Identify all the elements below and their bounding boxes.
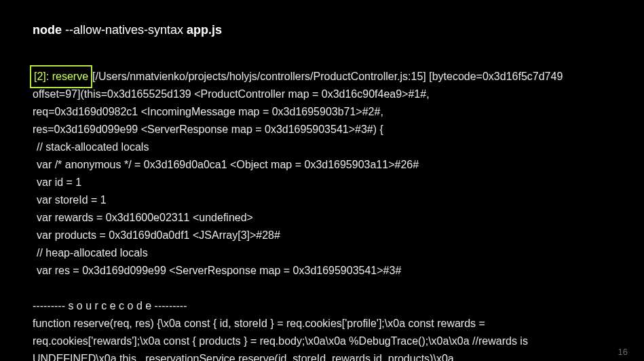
dump-line-7: var id = 1 bbox=[33, 174, 611, 191]
dump-line-6: var /* anonymous */ = 0x3d169d0a0ca1 <Ob… bbox=[33, 156, 611, 174]
dump-line-10: var products = 0x3d169d0a0df1 <JSArray[3… bbox=[33, 227, 611, 244]
source-line-2: req.cookies['rewards'];\x0a const { prod… bbox=[33, 332, 611, 350]
dump-line-5: // stack-allocated locals bbox=[33, 138, 611, 156]
title-flag: --allow-natives-syntax bbox=[65, 23, 183, 37]
stack-dump: [2]: reserve [/Users/nmatvienko/projects… bbox=[33, 68, 611, 361]
dump-line-4: res=0x3d169d099e99 <ServerResponse map =… bbox=[33, 121, 611, 138]
slide-title: node --allow-natives-syntax app.js bbox=[33, 23, 611, 38]
page-number: 16 bbox=[618, 347, 628, 357]
dump-line-2: offset=97](this=0x3d165525d139 <ProductC… bbox=[33, 86, 611, 103]
dump-line-1: [2]: reserve [/Users/nmatvienko/projects… bbox=[33, 68, 611, 86]
dump-line-11: // heap-allocated locals bbox=[33, 244, 611, 262]
title-suffix: app.js bbox=[183, 23, 222, 37]
dump-line-1-rest: [/Users/nmatvienko/projects/holyjs/contr… bbox=[92, 71, 563, 82]
dump-line-8: var storeId = 1 bbox=[33, 191, 611, 209]
dump-line-3: req=0x3d169d0982c1 <IncomingMessage map … bbox=[33, 103, 611, 121]
frame-highlight: [2]: reserve bbox=[30, 65, 92, 88]
slide: node --allow-natives-syntax app.js [2]: … bbox=[0, 0, 644, 361]
dump-line-9: var rewards = 0x3d1600e02311 <undefined> bbox=[33, 209, 611, 227]
title-prefix: node bbox=[33, 23, 65, 37]
dump-line-12: var res = 0x3d169d099e99 <ServerResponse… bbox=[33, 262, 611, 280]
source-line-1: function reserve(req, res) {\x0a const {… bbox=[33, 315, 611, 332]
blank-line bbox=[33, 280, 611, 297]
source-line-3: UNDEFINED\x0a this._reservationService.r… bbox=[33, 350, 611, 361]
source-header: --------- s o u r c e c o d e --------- bbox=[33, 297, 611, 315]
